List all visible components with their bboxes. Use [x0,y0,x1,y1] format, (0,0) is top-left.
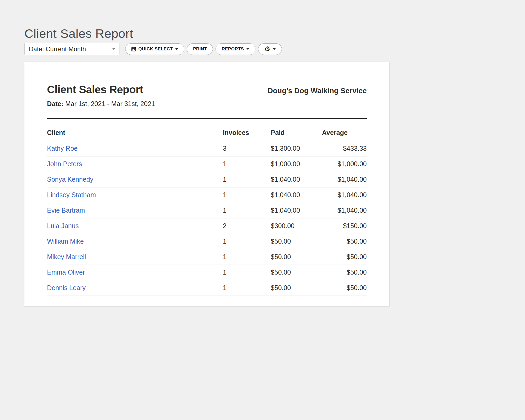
average-cell: $150.00 [322,218,367,234]
client-link[interactable]: Lindsey Statham [47,191,96,198]
invoices-cell: 1 [223,156,271,172]
average-cell: $433.33 [322,141,367,156]
chevron-down-icon [273,48,276,50]
client-link[interactable]: John Peters [47,160,82,167]
paid-cell: $1,040.00 [271,203,322,218]
client-link[interactable]: Kathy Roe [47,145,78,152]
client-link[interactable]: Mikey Marrell [47,253,86,260]
client-link[interactable]: Evie Bartram [47,207,85,214]
report-table-body: Kathy Roe3$1,300.00$433.33John Peters1$1… [47,141,367,296]
paid-cell: $1,040.00 [271,172,322,187]
date-label: Date: [47,100,64,107]
invoices-cell: 1 [223,187,271,203]
average-cell: $1,040.00 [322,203,367,218]
paid-cell: $50.00 [271,265,322,280]
table-row: Lula Janus2$300.00$150.00 [47,218,367,234]
table-row: Emma Oliver1$50.00$50.00 [47,265,367,280]
table-row: William Mike1$50.00$50.00 [47,234,367,249]
report-date-range: Date: Mar 1st, 2021 - Mar 31st, 2021 [47,100,367,108]
table-row: John Peters1$1,000.00$1,000.00 [47,156,367,172]
client-link[interactable]: Emma Oliver [47,269,85,276]
print-button[interactable]: PRINT [187,43,213,55]
paid-cell: $300.00 [271,218,322,234]
client-link[interactable]: William Mike [47,238,84,245]
client-link[interactable]: Dennis Leary [47,284,86,291]
invoices-cell: 1 [223,203,271,218]
invoices-cell: 1 [223,172,271,187]
table-row: Lindsey Statham1$1,040.00$1,040.00 [47,187,367,203]
page-title: Client Sales Report [24,26,133,41]
paid-cell: $1,300.00 [271,141,322,156]
invoices-cell: 1 [223,265,271,280]
chevron-down-icon [175,48,178,50]
column-header-paid: Paid [271,126,322,141]
table-row: Dennis Leary1$50.00$50.00 [47,280,367,296]
invoices-cell: 1 [223,234,271,249]
company-name: Doug's Dog Walking Service [268,87,367,95]
chevron-down-icon [246,48,249,50]
toolbar: Date: Current Month QUICK SELECT PRINT R… [24,43,282,55]
quick-select-label: QUICK SELECT [138,46,173,52]
reports-label: REPORTS [222,46,244,52]
report-title: Client Sales Report [47,83,143,96]
average-cell: $1,040.00 [322,187,367,203]
average-cell: $50.00 [322,249,367,265]
invoices-cell: 1 [223,249,271,265]
quick-select-button[interactable]: QUICK SELECT [125,43,184,55]
table-row: Mikey Marrell1$50.00$50.00 [47,249,367,265]
client-sales-table: Client Invoices Paid Average Kathy Roe3$… [47,126,367,296]
report-header: Client Sales Report Doug's Dog Walking S… [47,83,367,96]
table-row: Sonya Kennedy1$1,040.00$1,040.00 [47,172,367,187]
paid-cell: $50.00 [271,234,322,249]
reports-button[interactable]: REPORTS [216,43,255,55]
gear-icon: ⚙ [264,45,270,52]
table-header-row: Client Invoices Paid Average [47,126,367,141]
divider [47,118,367,119]
average-cell: $50.00 [322,265,367,280]
settings-button[interactable]: ⚙ [258,43,282,55]
date-filter-dropdown[interactable]: Date: Current Month [24,43,119,55]
invoices-cell: 3 [223,141,271,156]
column-header-invoices: Invoices [223,126,271,141]
paid-cell: $1,040.00 [271,187,322,203]
column-header-client: Client [47,126,223,141]
paid-cell: $1,000.00 [271,156,322,172]
column-header-average: Average [322,126,367,141]
table-row: Evie Bartram1$1,040.00$1,040.00 [47,203,367,218]
report-card: Client Sales Report Doug's Dog Walking S… [24,62,389,306]
average-cell: $1,040.00 [322,172,367,187]
paid-cell: $50.00 [271,249,322,265]
invoices-cell: 1 [223,280,271,296]
date-range-value: Mar 1st, 2021 - Mar 31st, 2021 [65,100,155,107]
average-cell: $1,000.00 [322,156,367,172]
calendar-icon [131,46,136,51]
date-filter-value: Date: Current Month [29,45,86,53]
chevron-down-icon [112,48,115,50]
average-cell: $50.00 [322,280,367,296]
print-label: PRINT [193,46,207,52]
client-link[interactable]: Lula Janus [47,222,79,229]
average-cell: $50.00 [322,234,367,249]
client-link[interactable]: Sonya Kennedy [47,176,93,183]
invoices-cell: 2 [223,218,271,234]
paid-cell: $50.00 [271,280,322,296]
table-row: Kathy Roe3$1,300.00$433.33 [47,141,367,156]
